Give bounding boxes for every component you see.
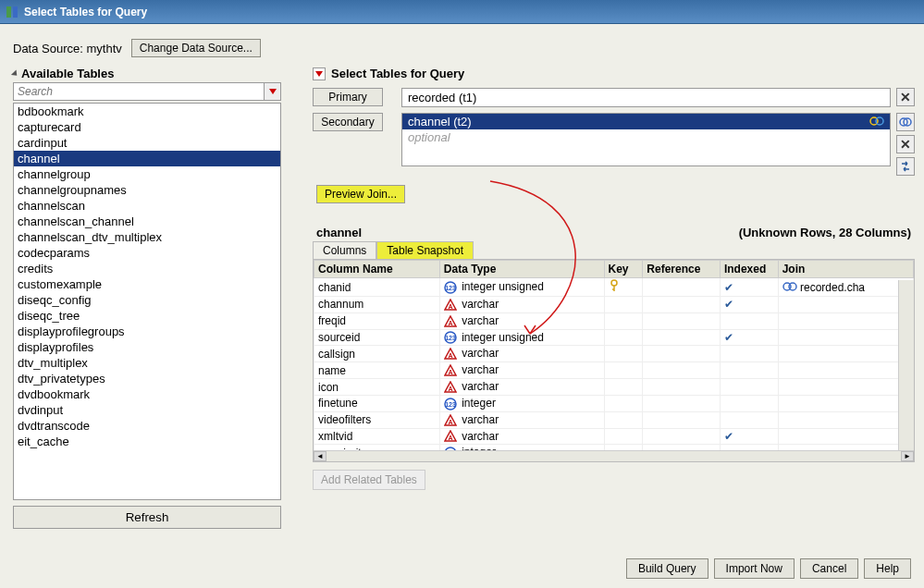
table-item[interactable]: displayprofilegroups	[14, 324, 280, 339]
expand-icon	[11, 69, 19, 78]
column-row[interactable]: finetune123 integer	[314, 395, 914, 411]
table-item[interactable]: dvdinput	[14, 402, 280, 418]
available-tables-list[interactable]: bdbookmarkcapturecardcardinputchannelcha…	[13, 103, 281, 500]
import-now-button[interactable]: Import Now	[714, 558, 795, 579]
secondary-tables-list[interactable]: channel (t2) optional	[401, 113, 891, 166]
cell-reference	[643, 346, 721, 362]
cell-indexed	[720, 312, 778, 329]
tab-snapshot[interactable]: Table Snapshot	[376, 241, 474, 259]
cell-indexed	[720, 346, 778, 362]
refresh-button[interactable]: Refresh	[13, 506, 281, 529]
header-data-type[interactable]: Data Type	[439, 261, 604, 278]
cell-name: freqid	[314, 312, 440, 329]
cell-join	[778, 428, 913, 445]
window-title: Select Tables for Query	[24, 6, 147, 18]
cell-indexed	[720, 379, 778, 396]
secondary-selected-item[interactable]: channel (t2)	[402, 114, 890, 129]
check-icon: ✔	[724, 281, 733, 294]
table-item[interactable]: dvdbookmark	[14, 386, 280, 402]
help-button[interactable]: Help	[864, 558, 911, 579]
cancel-button[interactable]: Cancel	[800, 558, 858, 579]
change-data-source-button[interactable]: Change Data Source...	[131, 39, 261, 57]
table-item[interactable]: channelscan_channel	[14, 214, 280, 229]
select-tables-heading: Select Tables for Query	[331, 67, 464, 80]
header-join[interactable]: Join	[778, 261, 913, 278]
column-row[interactable]: sourceid123 integer unsigned✔	[314, 329, 914, 346]
column-row[interactable]: nameA varchar	[314, 362, 914, 379]
table-item[interactable]: channel	[14, 151, 280, 166]
cell-reference	[643, 329, 721, 346]
column-row[interactable]: channumA varchar✔	[314, 297, 914, 313]
join-icon	[782, 281, 797, 294]
horizontal-scrollbar[interactable]: ◄►	[314, 450, 914, 461]
column-row[interactable]: iconA varchar	[314, 379, 914, 396]
search-dropdown-button[interactable]	[265, 82, 281, 101]
text-icon: A	[444, 364, 459, 377]
svg-text:A: A	[448, 435, 452, 441]
primary-table-field[interactable]: recorded (t1)	[401, 88, 891, 107]
swap-button[interactable]	[896, 157, 915, 176]
cell-key	[604, 312, 643, 329]
table-item[interactable]: capturecard	[14, 119, 280, 135]
table-item[interactable]: dtv_multiplex	[14, 355, 280, 371]
svg-text:A: A	[448, 418, 452, 424]
search-input[interactable]	[13, 82, 265, 101]
header-column-name[interactable]: Column Name	[314, 261, 440, 278]
table-item[interactable]: channelscan	[14, 198, 280, 214]
table-item[interactable]: credits	[14, 261, 280, 276]
table-item[interactable]: bdbookmark	[14, 104, 280, 119]
remove-primary-button[interactable]: ✕	[896, 88, 915, 106]
cell-name: chanid	[314, 278, 440, 297]
cell-type: A varchar	[439, 428, 604, 445]
cell-reference	[643, 428, 721, 445]
table-item[interactable]: diseqc_tree	[14, 308, 280, 324]
header-indexed[interactable]: Indexed	[720, 261, 778, 278]
cell-join	[778, 346, 913, 362]
table-item[interactable]: eit_cache	[14, 434, 280, 449]
cell-key	[604, 411, 643, 428]
detail-rows-cols: (Unknown Rows, 28 Columns)	[739, 226, 911, 239]
secondary-placeholder: optional	[402, 129, 890, 145]
cell-name: xmltvid	[314, 428, 440, 445]
remove-secondary-button[interactable]: ✕	[896, 135, 915, 153]
number-icon: 123	[444, 331, 459, 344]
table-item[interactable]: diseqc_config	[14, 292, 280, 308]
edit-join-button[interactable]	[896, 113, 915, 131]
table-item[interactable]: dtv_privatetypes	[14, 371, 280, 386]
svg-text:A: A	[448, 352, 452, 359]
table-item[interactable]: cardinput	[14, 135, 280, 151]
column-row[interactable]: videofiltersA varchar	[314, 411, 914, 428]
header-reference[interactable]: Reference	[643, 261, 721, 278]
cell-join	[778, 411, 913, 428]
primary-label: Primary	[313, 88, 383, 106]
cell-join	[778, 395, 913, 411]
cell-name: channum	[314, 297, 440, 313]
build-query-button[interactable]: Build Query	[626, 558, 708, 579]
column-row[interactable]: chanid123 integer unsigned✔ recorded.cha	[314, 278, 914, 297]
collapse-button[interactable]	[313, 67, 326, 80]
table-item[interactable]: displayprofiles	[14, 339, 280, 355]
column-row[interactable]: callsignA varchar	[314, 346, 914, 362]
cell-indexed: ✔	[720, 297, 778, 313]
svg-point-10	[789, 283, 796, 290]
table-item[interactable]: dvdtranscode	[14, 418, 280, 434]
preview-join-button[interactable]: Preview Join...	[316, 185, 405, 203]
svg-point-8	[611, 280, 617, 286]
cell-key	[604, 379, 643, 396]
table-item[interactable]: channelgroupnames	[14, 182, 280, 198]
cell-indexed	[720, 395, 778, 411]
table-item[interactable]: codecparams	[14, 245, 280, 261]
header-key[interactable]: Key	[604, 261, 643, 278]
cell-join	[778, 379, 913, 396]
column-row[interactable]: freqidA varchar	[314, 312, 914, 329]
cell-reference	[643, 362, 721, 379]
cell-name: videofilters	[314, 411, 440, 428]
table-item[interactable]: channelscan_dtv_multiplex	[14, 229, 280, 245]
vertical-scrollbar[interactable]	[898, 280, 914, 452]
table-item[interactable]: channelgroup	[14, 166, 280, 182]
table-item[interactable]: customexample	[14, 276, 280, 292]
cell-type: A varchar	[439, 297, 604, 313]
column-row[interactable]: xmltvidA varchar✔	[314, 428, 914, 445]
tab-columns[interactable]: Columns	[313, 241, 376, 259]
cell-type: 123 integer	[439, 395, 604, 411]
